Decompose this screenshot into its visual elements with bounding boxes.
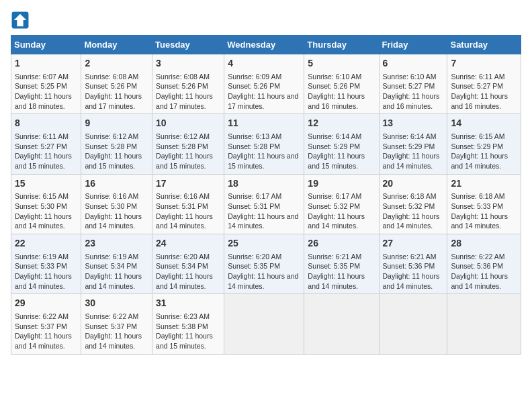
calendar-cell: 8Sunrise: 6:11 AM Sunset: 5:27 PM Daylig…	[11, 114, 81, 174]
calendar-week-1: 1Sunrise: 6:07 AM Sunset: 5:25 PM Daylig…	[11, 54, 521, 114]
calendar-week-4: 22Sunrise: 6:19 AM Sunset: 5:33 PM Dayli…	[11, 234, 521, 294]
day-number: 16	[85, 177, 148, 191]
column-header-tuesday: Tuesday	[152, 36, 224, 54]
day-number: 23	[85, 237, 148, 250]
day-number: 8	[15, 117, 77, 130]
day-number: 1	[15, 57, 77, 71]
day-number: 10	[156, 117, 220, 130]
calendar-week-2: 8Sunrise: 6:11 AM Sunset: 5:27 PM Daylig…	[11, 114, 521, 174]
day-info: Sunrise: 6:22 AM Sunset: 5:37 PM Dayligh…	[85, 312, 148, 351]
calendar-cell: 12Sunrise: 6:14 AM Sunset: 5:29 PM Dayli…	[304, 114, 379, 174]
day-info: Sunrise: 6:20 AM Sunset: 5:35 PM Dayligh…	[228, 252, 300, 291]
logo-icon	[11, 11, 30, 30]
calendar-table: SundayMondayTuesdayWednesdayThursdayFrid…	[11, 35, 521, 355]
calendar-cell: 13Sunrise: 6:14 AM Sunset: 5:29 PM Dayli…	[379, 114, 447, 174]
day-number: 14	[451, 117, 517, 130]
column-header-friday: Friday	[379, 36, 447, 54]
day-info: Sunrise: 6:20 AM Sunset: 5:34 PM Dayligh…	[156, 252, 220, 291]
calendar-cell: 6Sunrise: 6:10 AM Sunset: 5:27 PM Daylig…	[379, 54, 447, 114]
day-number: 30	[85, 297, 148, 310]
calendar-cell: 26Sunrise: 6:21 AM Sunset: 5:35 PM Dayli…	[304, 234, 379, 294]
calendar-cell: 10Sunrise: 6:12 AM Sunset: 5:28 PM Dayli…	[152, 114, 224, 174]
day-info: Sunrise: 6:21 AM Sunset: 5:35 PM Dayligh…	[308, 252, 375, 291]
day-info: Sunrise: 6:18 AM Sunset: 5:33 PM Dayligh…	[451, 191, 517, 231]
calendar-cell: 17Sunrise: 6:16 AM Sunset: 5:31 PM Dayli…	[152, 174, 224, 234]
day-info: Sunrise: 6:10 AM Sunset: 5:26 PM Dayligh…	[308, 72, 375, 111]
day-number: 29	[15, 297, 77, 310]
day-number: 15	[15, 177, 77, 191]
day-info: Sunrise: 6:23 AM Sunset: 5:38 PM Dayligh…	[156, 312, 220, 351]
calendar-cell: 22Sunrise: 6:19 AM Sunset: 5:33 PM Dayli…	[11, 234, 81, 294]
day-info: Sunrise: 6:07 AM Sunset: 5:25 PM Dayligh…	[15, 72, 77, 111]
calendar-cell: 27Sunrise: 6:21 AM Sunset: 5:36 PM Dayli…	[379, 234, 447, 294]
day-info: Sunrise: 6:14 AM Sunset: 5:29 PM Dayligh…	[308, 132, 375, 171]
calendar-cell: 23Sunrise: 6:19 AM Sunset: 5:34 PM Dayli…	[81, 234, 152, 294]
logo	[11, 11, 32, 30]
calendar-cell: 4Sunrise: 6:09 AM Sunset: 5:26 PM Daylig…	[224, 54, 304, 114]
calendar-cell: 16Sunrise: 6:16 AM Sunset: 5:30 PM Dayli…	[81, 174, 152, 234]
column-header-saturday: Saturday	[447, 36, 521, 54]
calendar-cell: 25Sunrise: 6:20 AM Sunset: 5:35 PM Dayli…	[224, 234, 304, 294]
day-info: Sunrise: 6:22 AM Sunset: 5:37 PM Dayligh…	[15, 312, 77, 351]
day-number: 5	[308, 57, 375, 71]
day-number: 27	[383, 237, 444, 250]
day-number: 13	[383, 117, 444, 130]
day-number: 31	[156, 297, 220, 310]
day-info: Sunrise: 6:08 AM Sunset: 5:26 PM Dayligh…	[85, 72, 148, 111]
column-header-thursday: Thursday	[304, 36, 379, 54]
calendar-cell: 14Sunrise: 6:15 AM Sunset: 5:29 PM Dayli…	[447, 114, 521, 174]
calendar-cell: 24Sunrise: 6:20 AM Sunset: 5:34 PM Dayli…	[152, 234, 224, 294]
column-header-sunday: Sunday	[11, 36, 81, 54]
day-info: Sunrise: 6:19 AM Sunset: 5:33 PM Dayligh…	[15, 252, 77, 291]
day-info: Sunrise: 6:14 AM Sunset: 5:29 PM Dayligh…	[383, 132, 444, 171]
day-info: Sunrise: 6:19 AM Sunset: 5:34 PM Dayligh…	[85, 252, 148, 291]
day-number: 19	[308, 177, 375, 191]
day-number: 6	[383, 57, 444, 71]
page-header	[11, 11, 521, 30]
calendar-cell: 21Sunrise: 6:18 AM Sunset: 5:33 PM Dayli…	[447, 174, 521, 234]
day-info: Sunrise: 6:18 AM Sunset: 5:32 PM Dayligh…	[383, 191, 444, 231]
calendar-cell: 29Sunrise: 6:22 AM Sunset: 5:37 PM Dayli…	[11, 294, 81, 354]
calendar-cell: 5Sunrise: 6:10 AM Sunset: 5:26 PM Daylig…	[304, 54, 379, 114]
day-info: Sunrise: 6:12 AM Sunset: 5:28 PM Dayligh…	[85, 132, 148, 171]
day-info: Sunrise: 6:17 AM Sunset: 5:31 PM Dayligh…	[228, 191, 300, 231]
day-number: 3	[156, 57, 220, 71]
day-info: Sunrise: 6:11 AM Sunset: 5:27 PM Dayligh…	[15, 132, 77, 171]
calendar-cell: 30Sunrise: 6:22 AM Sunset: 5:37 PM Dayli…	[81, 294, 152, 354]
calendar-cell: 1Sunrise: 6:07 AM Sunset: 5:25 PM Daylig…	[11, 54, 81, 114]
calendar-cell: 18Sunrise: 6:17 AM Sunset: 5:31 PM Dayli…	[224, 174, 304, 234]
column-header-monday: Monday	[81, 36, 152, 54]
day-number: 12	[308, 117, 375, 130]
day-number: 4	[228, 57, 300, 71]
day-info: Sunrise: 6:17 AM Sunset: 5:32 PM Dayligh…	[308, 191, 375, 231]
calendar-cell: 7Sunrise: 6:11 AM Sunset: 5:27 PM Daylig…	[447, 54, 521, 114]
day-number: 28	[451, 237, 517, 250]
day-number: 24	[156, 237, 220, 250]
day-info: Sunrise: 6:21 AM Sunset: 5:36 PM Dayligh…	[383, 252, 444, 291]
calendar-cell: 3Sunrise: 6:08 AM Sunset: 5:26 PM Daylig…	[152, 54, 224, 114]
day-info: Sunrise: 6:12 AM Sunset: 5:28 PM Dayligh…	[156, 132, 220, 171]
day-number: 20	[383, 177, 444, 191]
day-info: Sunrise: 6:11 AM Sunset: 5:27 PM Dayligh…	[451, 72, 517, 111]
calendar-week-5: 29Sunrise: 6:22 AM Sunset: 5:37 PM Dayli…	[11, 294, 521, 354]
day-info: Sunrise: 6:10 AM Sunset: 5:27 PM Dayligh…	[383, 72, 444, 111]
calendar-cell	[304, 294, 379, 354]
calendar-cell: 28Sunrise: 6:22 AM Sunset: 5:36 PM Dayli…	[447, 234, 521, 294]
calendar-cell: 2Sunrise: 6:08 AM Sunset: 5:26 PM Daylig…	[81, 54, 152, 114]
calendar-cell: 9Sunrise: 6:12 AM Sunset: 5:28 PM Daylig…	[81, 114, 152, 174]
day-number: 26	[308, 237, 375, 250]
calendar-cell: 11Sunrise: 6:13 AM Sunset: 5:28 PM Dayli…	[224, 114, 304, 174]
day-info: Sunrise: 6:08 AM Sunset: 5:26 PM Dayligh…	[156, 72, 220, 111]
day-info: Sunrise: 6:15 AM Sunset: 5:29 PM Dayligh…	[451, 132, 517, 171]
day-number: 9	[85, 117, 148, 130]
day-info: Sunrise: 6:09 AM Sunset: 5:26 PM Dayligh…	[228, 72, 300, 111]
day-number: 22	[15, 237, 77, 250]
day-number: 2	[85, 57, 148, 71]
calendar-cell: 20Sunrise: 6:18 AM Sunset: 5:32 PM Dayli…	[379, 174, 447, 234]
day-number: 11	[228, 117, 300, 130]
day-number: 7	[451, 57, 517, 71]
calendar-cell: 31Sunrise: 6:23 AM Sunset: 5:38 PM Dayli…	[152, 294, 224, 354]
calendar-cell: 19Sunrise: 6:17 AM Sunset: 5:32 PM Dayli…	[304, 174, 379, 234]
column-header-wednesday: Wednesday	[224, 36, 304, 54]
day-info: Sunrise: 6:15 AM Sunset: 5:30 PM Dayligh…	[15, 191, 77, 231]
